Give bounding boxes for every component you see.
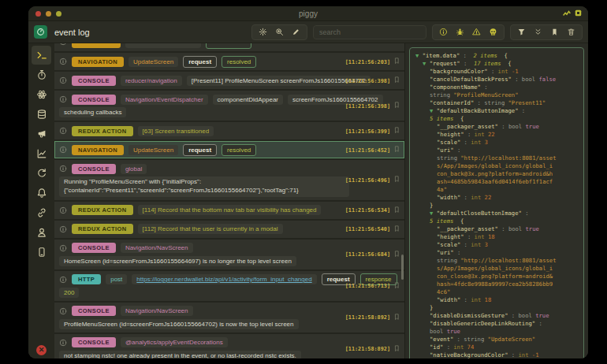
json-tree-line: ▼ "defaultBackButtonImage" : xyxy=(414,107,581,115)
bookmark-icon[interactable] xyxy=(550,28,559,36)
json-tree-view[interactable]: ▼ "item.data" : 2 items {▼ "request" : 1… xyxy=(409,47,584,358)
log-type-badge: CONSOLE xyxy=(72,76,116,86)
sidebar-item-chart[interactable] xyxy=(32,144,51,163)
filter-icon[interactable] xyxy=(517,28,526,36)
json-tree-line: "height" : int 18 xyxy=(414,233,581,241)
bug-icon[interactable] xyxy=(456,28,464,36)
log-row[interactable] xyxy=(54,43,404,51)
sidebar-item-database[interactable] xyxy=(32,105,51,124)
bookmark-outline-icon[interactable] xyxy=(393,102,400,110)
bookmark-outline-icon[interactable] xyxy=(393,127,400,136)
log-row[interactable]: REDUX ACTION[112] Record that the user i… xyxy=(54,221,404,238)
log-row[interactable]: CONSOLENavigation/NavScreenHomeScreen (i… xyxy=(54,240,404,269)
log-tag: @analytics/applyEventDecorations xyxy=(121,337,228,347)
log-tag: Navigation/EventDispatcher xyxy=(121,95,208,105)
detail-panel: ▼ "item.data" : 2 items {▼ "request" : 1… xyxy=(404,43,588,358)
sidebar-item-bell[interactable] xyxy=(32,184,51,202)
sidebar-item-user[interactable] xyxy=(32,223,51,242)
json-tree-line: "componentName" : xyxy=(414,84,581,91)
bookmark-outline-icon[interactable] xyxy=(393,281,400,290)
json-tree-line: "width" : int 22 xyxy=(414,194,581,202)
log-type-badge: CONSOLE xyxy=(72,95,116,105)
json-tree-line: "width" : int 18 xyxy=(414,296,581,304)
bookmark-outline-icon[interactable] xyxy=(393,146,400,154)
pencil-icon[interactable] xyxy=(292,28,300,36)
log-tag: componentDidAppear xyxy=(213,95,283,105)
bookmark-outline-icon[interactable] xyxy=(393,344,400,353)
info-icon xyxy=(59,276,67,284)
error-icon[interactable]: ✕ xyxy=(36,345,47,355)
info-icon xyxy=(59,58,67,65)
page-title: event log xyxy=(54,28,90,37)
app-window: piggy event log ✕ NAVIGATIONUpdateScreen… xyxy=(28,6,588,358)
gear-icon[interactable] xyxy=(259,28,267,36)
sidebar-item-timer[interactable] xyxy=(32,65,51,84)
json-tree-line: "scale" : int 3 xyxy=(414,139,581,147)
json-tree-line: "event" : string "UpdateScreen" xyxy=(414,336,581,344)
search-input[interactable] xyxy=(313,25,426,39)
bookmark-outline-icon[interactable] xyxy=(393,58,400,66)
log-timestamp: [11:21:58:892] xyxy=(345,346,390,352)
log-tag: [114] Record that the bottom nav tab bar… xyxy=(138,205,322,215)
log-tag: [63] Screen transitioned xyxy=(138,126,214,136)
log-row[interactable]: CONSOLEreducer/navigation[Present11] Pro… xyxy=(54,72,404,89)
info-icon xyxy=(59,339,67,347)
bookmark-outline-icon[interactable] xyxy=(393,225,400,233)
warning-icon[interactable] xyxy=(472,28,481,36)
log-timestamp: [11:21:56:399] xyxy=(345,128,390,134)
json-tree-line: "cancelDefaultBackPress" : bool false xyxy=(414,76,581,84)
info-icon xyxy=(59,165,67,173)
log-row[interactable]: HTTPposthttps://logger.nerdwallet.biz/ap… xyxy=(54,271,404,301)
log-row[interactable]: CONSOLE@analytics/applyEventDecorationsn… xyxy=(54,334,404,358)
json-tree-line: "disableGenericDeepLinkRouting" : xyxy=(414,320,581,328)
sidebar-item-terminal[interactable] xyxy=(32,46,51,65)
sidebar-item-megaphone[interactable] xyxy=(32,124,51,143)
bookmark-outline-icon[interactable] xyxy=(393,206,400,214)
log-row[interactable]: REDUX ACTION[63] Screen transitioned[11:… xyxy=(54,122,404,139)
log-type-badge: CONSOLE xyxy=(72,337,116,347)
json-tree-line: "uri" : xyxy=(414,249,581,257)
json-tree-line: hash=4fdc8e9988a99997cea2b58286bb9 xyxy=(414,280,581,288)
log-type-badge: REDUX ACTION xyxy=(72,205,133,215)
log-row[interactable]: CONSOLENavigation/EventDispatchercompone… xyxy=(54,91,404,121)
json-tree-line: "containerId" : string "Present11" xyxy=(414,99,581,107)
json-tree-line: "backgroundColor" : int -1 xyxy=(414,68,581,76)
log-timestamp: [11:21:56:203] xyxy=(345,58,390,65)
json-tree-line: "scale" : int 3 xyxy=(414,241,581,249)
json-tree-line: con_close@3x.png?platform=android& xyxy=(414,273,581,280)
log-row[interactable]: NAVIGATIONUpdateScreenrequestresolved[11… xyxy=(54,53,404,70)
log-tag: UpdateScreen xyxy=(128,145,178,155)
log-timestamp: [11:21:56:540] xyxy=(345,226,390,232)
log-type-badge: REDUX ACTION xyxy=(72,224,133,234)
log-row[interactable]: CONSOLEglobalRunning "ProfileMenuScreen"… xyxy=(54,160,404,200)
log-tag: [Present11] ProfileMenuScreen screenFrom… xyxy=(187,76,371,86)
sidebar-item-sync[interactable] xyxy=(32,164,51,183)
json-tree-line: 5 items { xyxy=(414,217,581,225)
request-url-link[interactable]: https://logger.nerdwallet.biz/api/v1/act… xyxy=(132,274,316,284)
info-icon xyxy=(59,244,67,252)
log-type-badge: CONSOLE xyxy=(72,164,116,174)
log-timestamp: [11:21:56:684] xyxy=(345,251,390,258)
log-row[interactable]: REDUX ACTION[114] Record that the bottom… xyxy=(54,202,404,219)
bookmark-outline-icon[interactable] xyxy=(393,176,400,184)
log-row[interactable]: CONSOLENavigation/NavScreenProfileMenuSc… xyxy=(54,303,404,332)
sidebar-item-link[interactable] xyxy=(32,203,51,222)
info-icon[interactable] xyxy=(439,28,448,36)
bookmark-outline-icon[interactable] xyxy=(393,76,400,85)
skull-icon[interactable] xyxy=(489,28,497,36)
sidebar-item-atom[interactable] xyxy=(32,85,51,104)
log-type-badge: CONSOLE xyxy=(72,306,116,316)
log-row[interactable]: NAVIGATIONUpdateScreenrequestresolved[11… xyxy=(54,141,404,158)
json-tree-line: "height" : int 22 xyxy=(414,131,581,139)
sidebar-item-phone[interactable] xyxy=(32,243,51,262)
log-tag: UpdateScreen xyxy=(128,57,178,67)
collapse-icon[interactable] xyxy=(534,28,542,36)
zoom-icon[interactable] xyxy=(275,28,284,36)
bookmark-outline-icon[interactable] xyxy=(393,313,400,321)
log-timestamp: [11:21:56:398] xyxy=(345,102,390,109)
event-log-header: event log xyxy=(28,21,588,43)
bookmark-outline-icon[interactable] xyxy=(393,250,400,258)
log-tag: resolved xyxy=(222,56,256,68)
info-icon xyxy=(59,225,67,233)
trash-icon[interactable] xyxy=(567,28,575,36)
